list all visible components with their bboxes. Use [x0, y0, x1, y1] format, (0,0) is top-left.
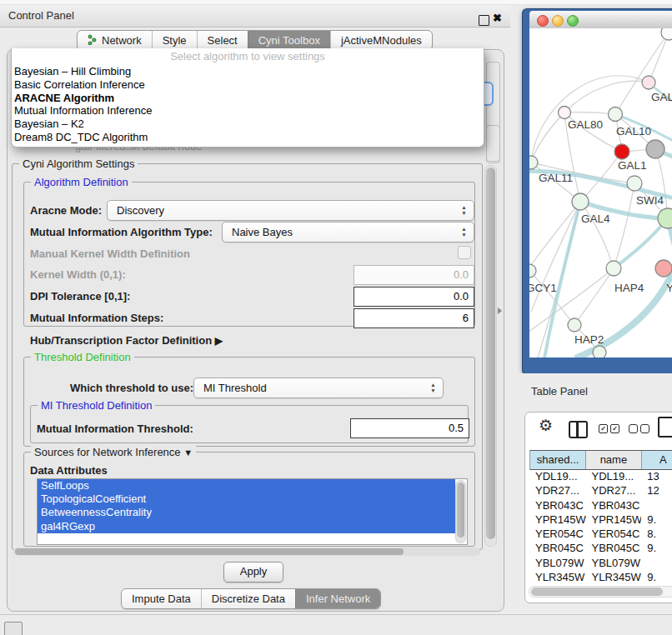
node-bottom-partial[interactable] [593, 346, 606, 358]
node-swi4-small[interactable] [627, 176, 642, 191]
column-header-a[interactable]: A [642, 451, 672, 469]
settings-hscrollbar[interactable] [13, 548, 480, 556]
aracne-mode-combo[interactable]: Discovery ▲▼ [107, 200, 474, 221]
attribute-item-topologicalcoefficient[interactable]: TopologicalCoefficient [38, 492, 455, 506]
tab-cyni-toolbox[interactable]: Cyni Toolbox [248, 31, 330, 50]
table-cell: YER054C [529, 527, 586, 541]
tab-label: jActiveMNodules [341, 34, 422, 47]
table-panel-titlebar: Table Panel [510, 373, 672, 407]
attribute-item-selfloops[interactable]: SelfLoops [38, 479, 455, 492]
dpi-tolerance-field[interactable]: 0.0 [354, 287, 474, 307]
node-gal11[interactable] [529, 156, 538, 169]
table-hscrollbar[interactable] [529, 586, 672, 598]
select-all-checkbox-icon[interactable]: ✓ [599, 424, 608, 433]
settings-vscrollbar[interactable] [484, 165, 497, 547]
minimize-traffic-light[interactable] [552, 15, 564, 27]
settings-vscrollbar-thumb[interactable] [486, 168, 495, 539]
tab-label: Impute Data [132, 592, 191, 605]
deselect-checkbox-icon[interactable] [629, 424, 638, 433]
list-vscrollbar-thumb[interactable] [457, 482, 464, 538]
table-cell: 12 [641, 483, 672, 498]
node-swi4-green[interactable] [658, 208, 672, 228]
settings-hscrollbar-thumb[interactable] [15, 548, 404, 555]
table-row[interactable]: YBL079WYBL079W [529, 556, 672, 570]
export-table-icon[interactable] [658, 417, 672, 438]
node-gal11-label: GAL11 [539, 172, 573, 184]
network-canvas[interactable]: GALGAL80GAL10GAL1GAL11SWI4GAL4GCY1HAP4YH… [529, 28, 672, 358]
table-cell: YLR345W [586, 570, 642, 584]
node-gcy1[interactable] [529, 264, 536, 278]
mi-threshold-field[interactable]: 0.5 [350, 418, 469, 438]
sources-title-text: Sources for Network Inference [34, 446, 181, 458]
zoom-traffic-light[interactable] [567, 15, 579, 27]
which-threshold-combo[interactable]: MI Threshold ▲▼ [193, 378, 444, 398]
columns-icon[interactable] [569, 421, 588, 438]
tab-discretize-data[interactable]: Discretize Data [201, 589, 295, 608]
algorithm-option-dream8-dc-tdc-algorithm[interactable]: Dream8 DC_TDC Algorithm [12, 131, 484, 144]
algorithm-option-basic-correlation-inference[interactable]: Basic Correlation Inference [12, 78, 484, 92]
table-cell: 9. [641, 570, 672, 584]
kernel-width-field[interactable]: 0.0 [354, 265, 474, 285]
column-header-shared[interactable]: shared... [530, 451, 586, 469]
algorithm-option-aracne-algorithm[interactable]: ARACNE Algorithm [12, 92, 484, 105]
gear-icon[interactable]: ⚙ [539, 416, 553, 435]
divider-handle[interactable] [498, 308, 502, 314]
table-row[interactable]: YPR145WYPR145W9. [529, 512, 672, 527]
table-cell: YBL079W [586, 556, 642, 570]
node-hap2[interactable] [568, 318, 581, 332]
table-cell: YBR043C [586, 498, 642, 512]
node-gray[interactable] [646, 140, 664, 158]
column-header-name[interactable]: name [586, 451, 641, 469]
table-cell [641, 556, 672, 570]
table-row[interactable]: YER054CYER054C8. [529, 527, 672, 541]
close-icon[interactable]: ✖ [493, 12, 502, 24]
node-gal4[interactable] [572, 193, 589, 210]
table-row[interactable]: YIL052CYIL052C9 [529, 584, 672, 585]
algorithm-option-mutual-information-inference[interactable]: Mutual Information Inference [12, 104, 484, 118]
manual-kernel-checkbox[interactable] [458, 246, 471, 259]
tab-jactivemnodules[interactable]: jActiveMNodules [330, 31, 432, 50]
table-row[interactable]: YDR27...YDR27...12 [529, 483, 672, 498]
table-cell: 9. [641, 512, 672, 527]
tab-network[interactable]: Network [78, 31, 152, 50]
list-vscrollbar[interactable] [455, 480, 466, 543]
network-window-titlebar[interactable] [529, 11, 672, 29]
mi-steps-field[interactable]: 6 [354, 308, 474, 328]
node-top-partial[interactable] [661, 28, 672, 40]
corner-widget-icon[interactable] [4, 622, 23, 635]
node-gal-pink[interactable] [642, 76, 655, 89]
table-row[interactable]: YBR045CYBR045C9. [529, 541, 672, 555]
node-hap4[interactable] [606, 261, 621, 276]
tab-infer-network[interactable]: Infer Network [295, 589, 380, 608]
which-threshold-label: Which threshold to use: [70, 382, 193, 394]
node-gal80[interactable] [559, 107, 571, 119]
attribute-item-gal4rgexp[interactable]: gal4RGexp [38, 520, 455, 533]
node-pink-right[interactable] [655, 260, 672, 277]
select-all-checkbox-icon-2[interactable]: ✓ [610, 424, 619, 433]
float-window-icon[interactable] [479, 15, 489, 26]
node-gal10[interactable] [609, 108, 623, 122]
algorithm-option-bayesian-hill-climbing[interactable]: Bayesian – Hill Climbing [12, 65, 484, 78]
close-traffic-light[interactable] [537, 15, 549, 27]
mi-type-combo[interactable]: Naive Bayes ▲▼ [222, 222, 474, 242]
attribute-item-betweennesscentrality[interactable]: BetweennessCentrality [38, 506, 455, 519]
node-hap2-label: HAP2 [574, 333, 604, 346]
hub-definition-toggle[interactable]: Hub/Transcription Factor Definition ▶ [30, 334, 223, 347]
algorithm-dropdown-placeholder: Select algorithm to view settings [12, 48, 484, 65]
deselect-checkbox-icon-2[interactable] [640, 424, 649, 433]
algorithm-option-bayesian-k2[interactable]: Bayesian – K2 [12, 118, 484, 131]
table-cell: YIL052C [586, 584, 642, 585]
sources-title[interactable]: Sources for Network Inference ▼ [31, 446, 196, 458]
hub-definition-label: Hub/Transcription Factor Definition [30, 334, 212, 347]
tab-style[interactable]: Style [152, 31, 197, 50]
tab-label: Discretize Data [212, 592, 285, 605]
tab-select[interactable]: Select [197, 31, 248, 50]
node-gal1[interactable] [614, 144, 629, 159]
table-hscrollbar-thumb[interactable] [531, 588, 663, 596]
table-row[interactable]: YLR345WYLR345W9. [529, 570, 672, 584]
table-row[interactable]: YBR043CYBR043C [529, 498, 672, 512]
table-row[interactable]: YDL19...YDL19...13 [529, 469, 672, 483]
tab-impute-data[interactable]: Impute Data [122, 589, 201, 608]
network-edge [531, 112, 564, 162]
apply-button[interactable]: Apply [223, 562, 283, 582]
